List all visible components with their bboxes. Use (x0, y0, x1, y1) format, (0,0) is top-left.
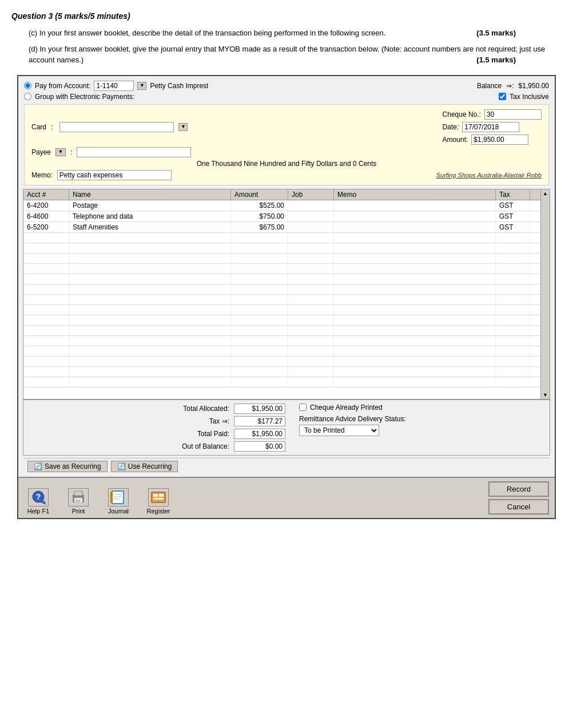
scroll-up-icon[interactable]: ▲ (543, 191, 548, 196)
row3-memo (334, 222, 496, 232)
card-select-icon[interactable]: ▼ (178, 123, 188, 131)
register-label: Register (147, 508, 170, 515)
row2-job (288, 211, 334, 221)
balance-value: $1,950.00 (519, 82, 549, 90)
table-row-empty (23, 233, 540, 243)
card-input[interactable] (59, 122, 174, 132)
payee-dropdown-icon[interactable]: ▼ (55, 148, 66, 156)
row3-tax: GST (496, 222, 530, 232)
question-c: (c) In your first answer booklet, descri… (29, 27, 562, 39)
row1-acct: 6-4200 (23, 200, 69, 211)
pay-from-label: Pay from Account: (35, 82, 90, 90)
cheque-no-label: Cheque No.: (443, 110, 481, 118)
row1-amount: $525.00 (231, 200, 288, 211)
table-row-empty (23, 336, 540, 346)
payee-label: Payee (31, 148, 51, 156)
remittance-delivery-label: Remittance Advice Delivery Status: (299, 415, 545, 423)
journal-label: Journal (108, 508, 129, 515)
total-allocated-value: $1,950.00 (234, 403, 285, 414)
table-row-empty (23, 305, 540, 315)
svg-rect-17 (153, 494, 158, 497)
help-label: Help F1 (27, 508, 50, 515)
journal-button[interactable]: Journal (104, 488, 133, 515)
toolbar: ? Help F1 Print (18, 477, 555, 518)
table-scrollbar[interactable]: ▲ ▼ (540, 189, 550, 399)
radio-group-payments[interactable] (24, 93, 31, 100)
svg-rect-10 (113, 492, 123, 503)
tax-label: Tax ⇒: (155, 417, 229, 425)
tax-inclusive-checkbox[interactable] (499, 93, 506, 100)
svg-rect-14 (110, 492, 113, 503)
col-tax: Tax (496, 189, 530, 200)
col-amount: Amount (231, 189, 288, 200)
table-row-empty (23, 346, 540, 357)
table-row: 6-4200 Postage $525.00 GST (23, 200, 540, 211)
out-of-balance-label: Out of Balance: (155, 442, 229, 450)
date-label: Date: (443, 123, 459, 131)
record-cancel-area: Record Cancel (488, 481, 549, 515)
total-allocated-label: Total Allocated: (155, 405, 229, 413)
amount-input[interactable] (471, 134, 528, 145)
row2-memo (334, 211, 496, 221)
cheque-printed-checkbox[interactable] (299, 403, 307, 411)
table-row: 6-4600 Telephone and data $750.00 GST (23, 211, 540, 222)
col-job: Job (288, 189, 334, 200)
table-row-empty (23, 315, 540, 326)
memo-input[interactable] (57, 170, 172, 180)
help-icon: ? (28, 488, 49, 507)
svg-point-8 (82, 496, 83, 497)
question-header: Question 3 (5 marks/5 minutes) (11, 11, 562, 21)
table-row-empty (23, 274, 540, 284)
account-name-display: Petty Cash Imprest (150, 82, 208, 90)
table-row-empty (23, 377, 540, 387)
table-row-empty (23, 264, 540, 274)
svg-rect-18 (159, 494, 164, 497)
col-acct: Acct # (23, 189, 69, 200)
use-recurring-label: Use Recurring (128, 462, 172, 470)
row1-tax: GST (496, 200, 530, 211)
table-row-empty (23, 326, 540, 336)
col-name: Name (69, 189, 231, 200)
row2-name: Telephone and data (69, 211, 231, 221)
delivery-select[interactable]: To be Printed (299, 425, 379, 436)
cheque-no-input[interactable] (484, 109, 542, 120)
svg-rect-4 (74, 491, 82, 496)
row3-acct: 6-5200 (23, 222, 69, 232)
save-recurring-label: Save as Recurring (45, 462, 101, 470)
svg-rect-7 (75, 501, 80, 502)
remittance-link[interactable]: Surfing Shops Australia-Alastair Robb (436, 172, 542, 179)
use-recurring-button[interactable]: 🔄 Use Recurring (111, 461, 178, 472)
marks-d: (1.5 marks) (476, 54, 516, 66)
tax-inclusive-label: Tax Inclusive (510, 93, 549, 101)
register-icon (148, 488, 169, 507)
total-paid-label: Total Paid: (155, 430, 229, 438)
card-label: Card (31, 123, 46, 131)
print-button[interactable]: Print (64, 488, 93, 515)
payee-input[interactable] (77, 147, 191, 157)
svg-text:?: ? (36, 492, 41, 501)
group-payments-label: Group with Electronic Payments: (35, 93, 134, 101)
balance-label: Balance (477, 82, 502, 90)
row1-job (288, 200, 334, 211)
table-row-empty (23, 254, 540, 264)
table-row-empty (23, 357, 540, 367)
cancel-button[interactable]: Cancel (488, 499, 549, 515)
use-recurring-icon: 🔄 (117, 462, 126, 470)
question-d: (d) In your first answer booklet, give t… (29, 43, 562, 66)
record-button[interactable]: Record (488, 481, 549, 497)
print-icon (68, 488, 89, 507)
account-number-input[interactable] (94, 81, 134, 91)
help-button[interactable]: ? Help F1 (24, 488, 53, 515)
scroll-down-icon[interactable]: ▼ (543, 392, 548, 398)
table-row-empty (23, 284, 540, 295)
row2-tax: GST (496, 211, 530, 221)
table-row: 6-5200 Staff Amenities $675.00 GST (23, 222, 540, 233)
row1-name: Postage (69, 200, 231, 211)
date-input[interactable] (462, 122, 519, 132)
save-recurring-button[interactable]: 🔄 Save as Recurring (27, 461, 108, 472)
radio-pay-from[interactable] (24, 82, 31, 89)
select-account-icon[interactable]: ▼ (137, 82, 146, 90)
print-label: Print (72, 508, 85, 515)
register-button[interactable]: Register (144, 488, 173, 515)
row2-amount: $750.00 (231, 211, 288, 221)
